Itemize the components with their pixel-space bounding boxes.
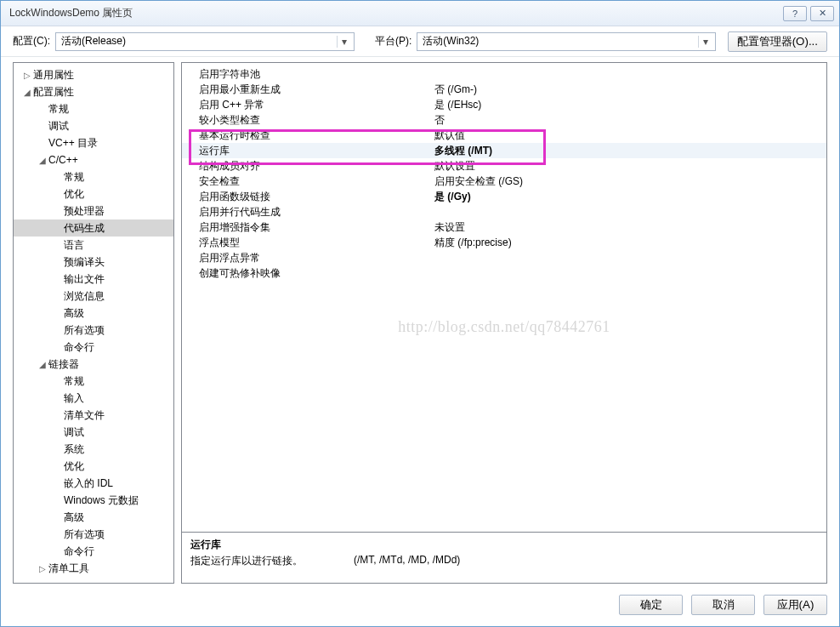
prop-name: 启用并行代码生成	[182, 205, 433, 219]
tree-item-label: 预编译头	[64, 256, 105, 268]
window-title: LockWindowsDemo 属性页	[9, 6, 780, 20]
tree-item[interactable]: 语言	[14, 237, 173, 254]
grid-row[interactable]: 结构成员对齐默认设置	[182, 158, 826, 174]
tree-item[interactable]: 常规	[14, 373, 173, 390]
tree-item[interactable]: ◢配置属性	[14, 83, 173, 100]
apply-button[interactable]: 应用(A)	[763, 595, 827, 615]
tree-item[interactable]: 代码生成	[14, 219, 173, 237]
tree-pane[interactable]: ▷通用属性◢配置属性常规调试VC++ 目录◢C/C++常规优化预处理器代码生成语…	[13, 62, 174, 584]
tree-item[interactable]: ◢链接器	[14, 356, 173, 373]
button-bar: 确定 取消 应用(A)	[1, 584, 839, 626]
tree-item-label: 优化	[64, 188, 84, 200]
tree-twisty-icon: ◢	[22, 84, 31, 101]
grid-row[interactable]: 启用增强指令集未设置	[182, 219, 826, 235]
tree-item[interactable]: ◢C/C++	[14, 151, 173, 168]
body-area: ▷通用属性◢配置属性常规调试VC++ 目录◢C/C++常规优化预处理器代码生成语…	[1, 57, 839, 584]
prop-value: 默认值	[433, 128, 826, 143]
tree-item-label: 嵌入的 IDL	[64, 477, 113, 489]
platform-combo[interactable]: 活动(Win32) ▾	[417, 32, 716, 51]
tree-item[interactable]: 优化	[14, 458, 173, 475]
grid-row[interactable]: 启用最小重新生成否 (/Gm-)	[182, 82, 826, 97]
watermark: http://blog.csdn.net/qq78442761	[398, 318, 610, 336]
chevron-down-icon: ▾	[337, 36, 350, 48]
titlebar: LockWindowsDemo 属性页 ? ✕	[1, 1, 839, 26]
tree-item-label: 所有选项	[64, 324, 105, 336]
tree-item[interactable]: 命令行	[14, 543, 173, 560]
tree-item-label: 链接器	[48, 358, 79, 370]
tree-item-label: 配置属性	[33, 86, 74, 98]
grid-row[interactable]: 较小类型检查否	[182, 112, 826, 128]
platform-value: 活动(Win32)	[423, 34, 695, 48]
prop-value: 精度 (/fp:precise)	[433, 236, 826, 250]
cancel-button[interactable]: 取消	[691, 595, 755, 615]
tree-item-label: 系统	[64, 443, 84, 455]
tree-item[interactable]: 预处理器	[14, 202, 173, 219]
grid-row[interactable]: 浮点模型精度 (/fp:precise)	[182, 235, 826, 250]
tree-item[interactable]: 所有选项	[14, 322, 173, 339]
tree-item[interactable]: 命令行	[14, 339, 173, 356]
tree-twisty-icon: ◢	[37, 356, 47, 373]
tree-item[interactable]: VC++ 目录	[14, 134, 173, 151]
prop-value: 默认设置	[433, 159, 826, 174]
help-button[interactable]: ?	[783, 6, 807, 21]
prop-name: 启用字符串池	[182, 67, 433, 82]
grid-row[interactable]: 安全检查启用安全检查 (/GS)	[182, 174, 826, 189]
config-combo[interactable]: 活动(Release) ▾	[55, 32, 355, 51]
tree-item[interactable]: 嵌入的 IDL	[14, 475, 173, 492]
description-title: 运行库	[190, 538, 818, 552]
grid-row[interactable]: 创建可热修补映像	[182, 265, 826, 281]
tree-item-label: 调试	[48, 120, 69, 132]
grid-row[interactable]: 运行库多线程 (/MT)	[182, 143, 826, 158]
tree-item[interactable]: 清单文件	[14, 407, 173, 424]
tree-item[interactable]: 浏览信息	[14, 288, 173, 305]
prop-name: 结构成员对齐	[182, 159, 433, 174]
tree-item[interactable]: 常规	[14, 100, 173, 117]
property-grid: 启用字符串池启用最小重新生成否 (/Gm-)启用 C++ 异常是 (/EHsc)…	[181, 62, 827, 533]
prop-value: 否 (/Gm-)	[433, 83, 826, 97]
tree-item[interactable]: ▷通用属性	[14, 66, 173, 83]
tree-item[interactable]: 优化	[14, 185, 173, 202]
prop-name: 启用浮点异常	[182, 251, 433, 265]
grid-row[interactable]: 启用浮点异常	[182, 250, 826, 265]
tree-item[interactable]: 调试	[14, 117, 173, 134]
tree-item-label: Windows 元数据	[64, 494, 139, 506]
right-pane: 启用字符串池启用最小重新生成否 (/Gm-)启用 C++ 异常是 (/EHsc)…	[181, 62, 827, 584]
prop-value: 启用安全检查 (/GS)	[433, 174, 826, 189]
grid-rows: 启用字符串池启用最小重新生成否 (/Gm-)启用 C++ 异常是 (/EHsc)…	[182, 63, 826, 281]
tree-item[interactable]: Windows 元数据	[14, 492, 173, 509]
tree-item[interactable]: 所有选项	[14, 526, 173, 543]
tree-item[interactable]: ▷清单工具	[14, 560, 173, 577]
prop-name: 较小类型检查	[182, 113, 433, 128]
tree-item[interactable]: 高级	[14, 509, 173, 526]
tree-item[interactable]: 输出文件	[14, 271, 173, 288]
tree-item[interactable]: 输入	[14, 390, 173, 407]
tree-item-label: 调试	[64, 426, 84, 438]
grid-row[interactable]: 启用字符串池	[182, 66, 826, 82]
grid-row[interactable]: 启用函数级链接是 (/Gy)	[182, 189, 826, 204]
tree-item-label: 高级	[64, 511, 84, 523]
config-label: 配置(C):	[13, 34, 50, 48]
description-text: 指定运行库以进行链接。	[190, 554, 303, 568]
tree-item[interactable]: 调试	[14, 424, 173, 441]
prop-value: 是 (/Gy)	[433, 190, 826, 204]
prop-name: 基本运行时检查	[182, 128, 433, 143]
tree-item-label: 常规	[64, 375, 84, 387]
prop-name: 运行库	[182, 144, 433, 158]
description-options: (/MT, /MTd, /MD, /MDd)	[354, 554, 460, 568]
grid-row[interactable]: 启用并行代码生成	[182, 204, 826, 219]
config-manager-button[interactable]: 配置管理器(O)...	[728, 31, 827, 52]
close-icon: ✕	[819, 8, 826, 19]
platform-label: 平台(P):	[375, 34, 411, 48]
tree-twisty-icon: ▷	[37, 561, 47, 578]
prop-value: 否	[433, 113, 826, 128]
grid-row[interactable]: 启用 C++ 异常是 (/EHsc)	[182, 97, 826, 112]
tree-item[interactable]: 预编译头	[14, 254, 173, 271]
tree-item-label: 语言	[64, 239, 84, 251]
close-button[interactable]: ✕	[810, 6, 834, 21]
tree-item[interactable]: 系统	[14, 441, 173, 458]
tree-item[interactable]: 常规	[14, 168, 173, 185]
tree-item[interactable]: 高级	[14, 305, 173, 322]
ok-button[interactable]: 确定	[619, 595, 683, 615]
grid-row[interactable]: 基本运行时检查默认值	[182, 128, 826, 143]
tree-item-label: C/C++	[48, 154, 78, 166]
